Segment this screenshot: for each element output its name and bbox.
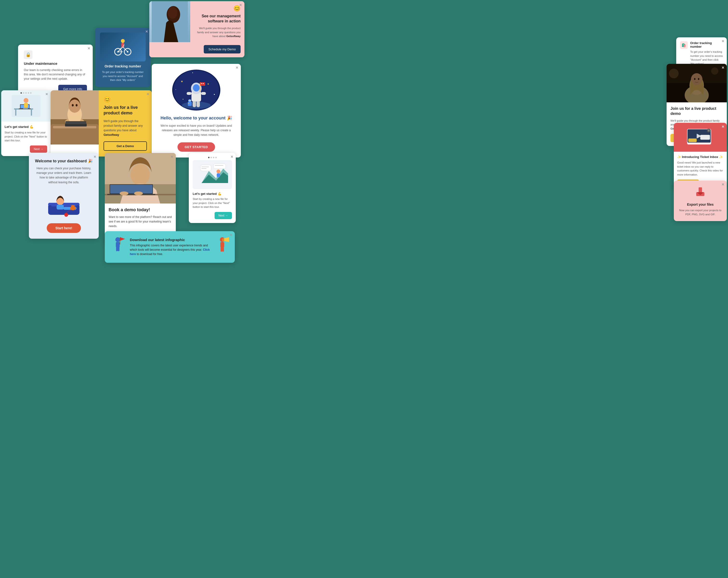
dashboard-cta-button[interactable]: Start here!: [47, 223, 81, 233]
tour-right-next-button[interactable]: Next →: [214, 212, 232, 219]
management-close-button[interactable]: ✕: [239, 3, 242, 7]
ticket-inbox-title: ✨ Introducing Ticket Inbox ✨: [677, 155, 723, 159]
tour-right-close-button[interactable]: ✕: [231, 155, 233, 159]
management-card: ✕ 😊 See our management software in actio…: [149, 1, 244, 57]
tour-small-title: Let's get started 💪: [5, 125, 47, 129]
laptop-woman-svg: [105, 153, 176, 204]
demo-dark-photo: [667, 64, 727, 102]
svg-rect-114: [116, 242, 120, 247]
order-illustrated-body: To get your order's tracking number you …: [100, 70, 146, 82]
ticket-illustration: [682, 125, 718, 149]
demo-yellow-emoji: 😊: [104, 96, 147, 103]
svg-rect-117: [116, 247, 118, 251]
order-small-icon: 🛍️: [680, 41, 688, 49]
svg-rect-106: [688, 138, 697, 142]
infographic-left-icon: [110, 236, 125, 258]
welcome-close-button[interactable]: ✕: [236, 66, 238, 70]
svg-point-46: [193, 84, 200, 91]
book-demo-photo: [105, 153, 176, 204]
svg-rect-48: [201, 92, 206, 95]
maintenance-body: Our team is currently checking some erro…: [24, 68, 87, 81]
order-small-body: To get your order's tracking number you …: [690, 50, 723, 66]
svg-rect-124: [222, 247, 224, 252]
demo-yellow-close-button[interactable]: ✕: [147, 92, 149, 96]
svg-rect-17: [31, 110, 32, 115]
ticket-inbox-close-button[interactable]: ✕: [722, 125, 724, 129]
export-close-button[interactable]: ✕: [722, 183, 724, 186]
svg-point-90: [134, 191, 143, 195]
svg-point-81: [64, 213, 68, 217]
svg-point-54: [203, 83, 204, 84]
dark-photo-overlay: [667, 64, 727, 102]
svg-rect-23: [23, 108, 28, 109]
order-small-content: Order tracking number To get your order'…: [690, 41, 723, 66]
order-illustrated-close-button[interactable]: ✕: [145, 30, 148, 33]
maintenance-close-button[interactable]: ✕: [87, 47, 90, 50]
tour-dot-3: [25, 92, 27, 94]
tour-dot-5: [30, 92, 31, 94]
svg-rect-115: [120, 237, 120, 244]
dashboard-title: Welcome to your dashboard 🎉: [35, 159, 93, 163]
svg-rect-97: [214, 164, 226, 168]
export-title: Export your files: [679, 203, 722, 206]
order-illustrated-title: Order tracking number: [100, 64, 146, 68]
export-svg-icon: [694, 185, 706, 198]
tour-dot-4: [28, 92, 29, 94]
svg-point-53: [201, 83, 202, 84]
schedule-demo-button[interactable]: Schedule my Demo: [204, 45, 240, 53]
demo-yellow-body: We'll guide you through the product fami…: [104, 119, 147, 137]
svg-point-37: [212, 74, 212, 74]
svg-rect-74: [48, 205, 52, 214]
management-emoji: 😊: [194, 5, 240, 12]
svg-rect-120: [220, 242, 224, 247]
demo-yellow-cta-button[interactable]: Get a Demo: [104, 141, 147, 151]
svg-point-58: [190, 100, 191, 101]
ticket-inbox-header: [674, 123, 727, 152]
welcome-body: We're super excited to have you on board…: [157, 124, 235, 137]
order-small-title: Order tracking number: [690, 41, 723, 48]
order-illustration: [100, 32, 146, 61]
tour-small-header: [1, 90, 51, 122]
tour-small-close-button[interactable]: ✕: [45, 92, 48, 96]
tour-dot-1: [21, 92, 22, 94]
demo-dark-close-button[interactable]: ✕: [722, 66, 724, 70]
svg-rect-96: [200, 165, 211, 171]
order-small-close-button[interactable]: ✕: [722, 39, 724, 43]
welcome-card: ✕: [152, 64, 241, 158]
chat-illustration: [197, 161, 228, 188]
book-demo-title: Book a demo today!: [109, 207, 172, 212]
svg-rect-49: [193, 101, 196, 107]
tour-small-next-button[interactable]: Next →: [30, 146, 47, 153]
svg-point-36: [178, 75, 179, 76]
tour-right-dot-1: [208, 157, 209, 158]
svg-point-57: [188, 100, 189, 101]
tour-small-card: ✕ Let's get started 💪 St: [1, 90, 51, 156]
svg-rect-73: [48, 203, 79, 206]
dashboard-card: ✕ Welcome to your dashboard 🎉 Here you c…: [29, 153, 99, 239]
welcome-title: Hello, welcome to your account 🎉: [157, 115, 235, 121]
svg-rect-123: [220, 247, 222, 252]
demo-yellow-content: 😊 Join us for a live product demo We'll …: [99, 90, 152, 157]
svg-rect-75: [76, 205, 79, 214]
sofa-illustration: [45, 189, 83, 218]
management-body: We'll guide you through the product fami…: [194, 26, 240, 38]
infographic-close-button[interactable]: ✕: [230, 233, 232, 237]
demo-yellow-title: Join us for a live product demo: [104, 105, 147, 116]
svg-rect-51: [200, 82, 200, 92]
svg-marker-121: [224, 237, 229, 242]
dashboard-close-button[interactable]: ✕: [94, 155, 96, 159]
book-demo-close-button[interactable]: ✕: [171, 155, 174, 159]
demo-yellow-card: ✕ 😊 Join us for a live product demo: [51, 90, 152, 157]
svg-rect-34: [66, 121, 86, 124]
welcome-cta-button[interactable]: GET STARTED: [178, 142, 215, 152]
management-btn-area: Schedule my Demo: [149, 42, 244, 57]
management-content: 😊 See our management software in action …: [190, 1, 244, 42]
tour-right-title: Let's get started 💪: [193, 192, 232, 195]
tour-right-illustration: [193, 160, 232, 189]
svg-point-39: [214, 94, 215, 95]
svg-rect-47: [187, 92, 191, 95]
svg-marker-116: [120, 237, 125, 241]
svg-text:★: ★: [188, 102, 189, 105]
svg-text:★: ★: [181, 80, 183, 83]
tour-right-dot-4: [215, 157, 217, 158]
